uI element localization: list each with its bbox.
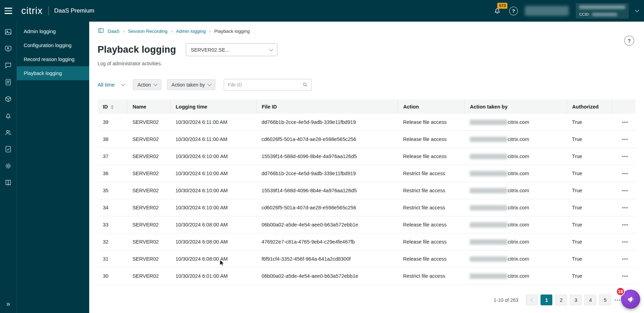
redacted-user (470, 154, 507, 159)
table-row[interactable]: 39 SERVER02 10/30/2024 6:11:00 AM dd766b… (98, 114, 636, 131)
table-row[interactable]: 33 SERVER02 10/30/2024 6:08:00 AM 06b00a… (98, 216, 636, 233)
cell-file-id: dd766b1b-2cce-4e5d-9adb-339e11fbd919 (256, 114, 398, 131)
brand-divider (48, 6, 49, 15)
logging-table: ID Name Logging time File ID Action Acti… (89, 90, 644, 285)
table-row[interactable]: 36 SERVER02 10/30/2024 6:10:00 AM dd766b… (98, 165, 636, 182)
table-row[interactable]: 30 SERVER02 10/30/2024 6:01:00 AM 06b00a… (98, 268, 636, 285)
action-taken-by-filter-button[interactable]: Action taken by (167, 79, 215, 90)
pagination-page-3[interactable]: 3 (570, 295, 582, 305)
search-icon[interactable] (302, 82, 308, 88)
cell-authorized: True (567, 216, 612, 233)
cell-action: Restrict file access (398, 182, 465, 199)
cell-file-id: cd6026f5-501a-407d-ae28-e598e565c256 (256, 131, 398, 148)
customer-selector[interactable]: CCID: (576, 3, 629, 18)
main-content: DaaS › Session Recording › Admin logging… (89, 22, 644, 313)
cell-authorized: True (567, 233, 612, 251)
logs-icon[interactable] (4, 77, 13, 87)
notifications-rail-icon[interactable] (4, 111, 13, 120)
server-select-dropdown[interactable]: SERVER02.SE... (186, 43, 277, 56)
cell-action: Restrict file access (398, 199, 465, 216)
hamburger-menu-button[interactable] (0, 0, 16, 22)
pagination-prev-button[interactable] (526, 295, 538, 305)
row-menu-button[interactable]: ••• (620, 204, 630, 211)
row-menu-button[interactable]: ••• (620, 136, 630, 143)
notifications-button[interactable]: 573 (493, 6, 502, 15)
chevron-down-icon (153, 82, 157, 86)
pagination-page-4[interactable]: 4 (584, 295, 596, 305)
cell-action-taken-by: citrix.com (465, 131, 567, 148)
redacted-user (470, 205, 507, 210)
pagination-page-1[interactable]: 1 (540, 295, 552, 305)
sidebar-item-configuration-logging[interactable]: Configuration logging (17, 38, 89, 52)
cell-id: 30 (98, 268, 127, 285)
row-menu-button[interactable]: ••• (620, 187, 630, 194)
redacted-ccid-value (592, 13, 617, 16)
cell-logging-time: 10/30/2024 6:10:00 AM (170, 148, 256, 165)
sort-icon[interactable] (111, 105, 114, 109)
media-library-icon[interactable] (4, 27, 13, 36)
row-menu-button[interactable]: ••• (620, 153, 630, 160)
cell-file-id: dd766b1b-2cce-4e5d-9adb-339e11fbd919 (256, 165, 398, 182)
icon-rail: » (0, 22, 16, 313)
taken-by-domain: citrix.com (508, 119, 529, 125)
cell-action: Release file access (398, 251, 465, 268)
redacted-user (470, 256, 507, 262)
redacted-user (470, 171, 507, 176)
table-row[interactable]: 37 SERVER02 10/30/2024 6:10:00 AM 15539f… (98, 148, 636, 165)
side-navigation: Admin logging Configuration logging Reco… (16, 22, 89, 313)
help-button[interactable]: ? (509, 7, 518, 15)
breadcrumb-admin-logging[interactable]: Admin logging (176, 29, 206, 34)
action-filter-button[interactable]: Action (133, 79, 161, 90)
table-row[interactable]: 31 SERVER02 10/30/2024 6:08:00 AM f6f91c… (98, 251, 636, 268)
breadcrumb-daas[interactable]: DaaS (108, 29, 120, 34)
sidebar-item-admin-logging[interactable]: Admin logging (17, 24, 89, 38)
sidebar-item-playback-logging[interactable]: Playback logging (17, 66, 89, 80)
table-row[interactable]: 34 SERVER02 10/30/2024 6:10:00 AM cd6026… (98, 199, 636, 216)
taken-by-domain: citrix.com (508, 188, 529, 193)
breadcrumb-session-recording[interactable]: Session Recording (128, 29, 167, 34)
table-header-row: ID Name Logging time File ID Action Acti… (98, 99, 636, 114)
row-menu-button[interactable]: ••• (620, 255, 630, 262)
table-row[interactable]: 35 SERVER02 10/30/2024 6:10:00 AM 15539f… (98, 182, 636, 199)
file-id-search-input[interactable] (224, 79, 312, 90)
sidebar-item-record-reason-logging[interactable]: Record reason logging (17, 52, 89, 66)
chevron-down-icon (121, 82, 125, 86)
page-help-button[interactable]: ? (624, 36, 634, 46)
column-action: Action (398, 99, 465, 114)
cell-authorized: True (567, 199, 612, 216)
cell-logging-time: 10/30/2024 6:11:00 AM (170, 114, 256, 131)
row-menu-button[interactable]: ••• (620, 221, 630, 228)
tasks-icon[interactable] (4, 144, 13, 154)
cell-file-id: 476922e7-c81a-4765-9eb4-c29e4fe467fb (256, 233, 398, 251)
account-chevron-down-icon[interactable] (635, 8, 639, 12)
pagination-page-2[interactable]: 2 (555, 295, 567, 305)
chevron-down-icon (207, 82, 211, 86)
cell-id: 38 (98, 131, 127, 148)
column-id[interactable]: ID (98, 99, 127, 114)
sidebar-collapse-button[interactable]: » (0, 299, 16, 308)
settings-gear-icon[interactable] (4, 161, 13, 170)
column-row-menu (612, 99, 636, 114)
citrix-logo[interactable]: citrix (21, 6, 43, 16)
top-bar: citrix DaaS Premium 573 ? CCID: (0, 0, 644, 22)
row-menu-button[interactable]: ••• (620, 170, 630, 177)
row-menu-button[interactable]: ••• (620, 273, 630, 280)
cell-id: 39 (98, 114, 127, 131)
cell-id: 32 (98, 233, 127, 251)
chat-icon[interactable] (4, 61, 13, 70)
users-icon[interactable] (4, 128, 13, 137)
row-menu-button[interactable]: ••• (620, 119, 630, 126)
panel-toggle-icon[interactable] (98, 27, 104, 35)
table-row[interactable]: 38 SERVER02 10/30/2024 6:11:00 AM cd6026… (98, 131, 636, 148)
pagination-page-5[interactable]: 5 (599, 295, 611, 305)
cell-authorized: True (567, 114, 612, 131)
time-range-filter[interactable]: All time (98, 82, 124, 88)
monitor-play-icon[interactable] (4, 44, 13, 53)
package-icon[interactable] (4, 94, 13, 103)
table-row[interactable]: 32 SERVER02 10/30/2024 6:08:00 AM 476922… (98, 233, 636, 251)
docs-icon[interactable] (4, 178, 13, 187)
whats-new-widget-button[interactable]: 18 (621, 290, 640, 309)
cell-authorized: True (567, 131, 612, 148)
row-menu-button[interactable]: ••• (620, 238, 630, 245)
cell-authorized: True (567, 251, 612, 268)
